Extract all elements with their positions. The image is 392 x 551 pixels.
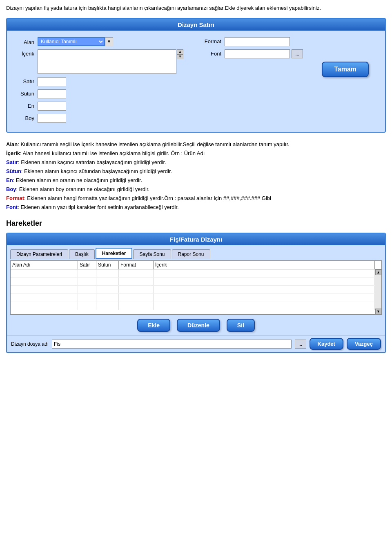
intro-text: Dizaynı yapılan fiş yada fatura için baş… <box>6 4 386 12</box>
description-section: Alan: Kullanıcı tanımlı seçili ise İçeri… <box>6 140 386 212</box>
alan-select[interactable]: Kullanıcı Tanımlı <box>38 37 105 46</box>
alan-dropdown-wrapper: Kullanıcı Tanımlı ▼ <box>38 37 113 46</box>
boy-input[interactable] <box>38 114 66 123</box>
table-row <box>11 269 375 278</box>
tab-dizayn-parametreleri[interactable]: Dizayn Parametreleri <box>10 249 68 259</box>
table-row <box>11 278 375 286</box>
scroll-down-arrow[interactable]: ▼ <box>375 309 382 314</box>
format-input[interactable] <box>225 37 290 46</box>
dizayn-satiri-dialog: Dizayn Satırı Alan Kullanıcı Tanımlı ▼ İ… <box>6 18 386 133</box>
table-row <box>11 302 375 310</box>
icerik-textarea-wrapper: ▲ ▼ <box>38 49 183 74</box>
tamam-button[interactable]: Tamam <box>322 62 369 77</box>
desc-en-title: En <box>6 177 13 183</box>
col-satir: Satır <box>78 261 96 269</box>
dialog1-left: Alan Kullanıcı Tanımlı ▼ İçerik ▲ ▼ <box>15 37 190 126</box>
icerik-row: İçerik ▲ ▼ <box>15 49 190 74</box>
format-row: Format <box>202 37 377 46</box>
desc-sutun-title: Sütun <box>6 168 21 174</box>
ekle-button[interactable]: Ekle <box>137 319 170 332</box>
col-icerik: İçerik <box>154 261 375 269</box>
dosya-label: Dizayn dosya adı <box>11 341 49 347</box>
action-buttons-row: Ekle Düzenle Sil <box>7 315 385 335</box>
sutun-input[interactable] <box>38 89 66 98</box>
bottom-row: Dizayn dosya adı ... Kaydet Vazgeç <box>7 335 385 352</box>
satir-label: Satır <box>15 77 38 84</box>
font-browse-btn[interactable]: ... <box>292 49 303 58</box>
hareketler-title: Hareketler <box>6 219 386 228</box>
desc-alan-text: : Kullanıcı tanımlı seçili ise İçerik ha… <box>18 141 289 147</box>
format-label: Format <box>202 38 225 44</box>
scroll-down-btn[interactable]: ▼ <box>177 54 183 59</box>
scroll-up-arrow[interactable]: ▲ <box>375 269 382 275</box>
tamam-row: Tamam <box>202 62 377 77</box>
dosya-browse-btn[interactable]: ... <box>295 340 306 349</box>
col-alan-adi: Alan Adı <box>11 261 78 269</box>
table-scrollbar: ▲ ▼ <box>375 269 381 314</box>
kaydet-button[interactable]: Kaydet <box>310 338 343 350</box>
bottom-right-buttons: Kaydet Vazgeç <box>310 338 381 350</box>
tabs-row: Dizayn Parametreleri Başlık Hareketler S… <box>7 248 385 259</box>
alan-row: Alan Kullanıcı Tanımlı ▼ <box>15 37 190 46</box>
desc-sutun-text: : Eklenen alanın kaçıncı sütundan başlay… <box>21 168 172 174</box>
col-scroll <box>375 261 381 269</box>
scroll-up-btn[interactable]: ▲ <box>177 49 183 54</box>
boy-label: Boy <box>15 114 38 121</box>
icerik-label: İçerik <box>15 49 38 57</box>
desc-alan-title: Alan <box>6 141 18 147</box>
sutun-row: Sütun <box>15 89 190 98</box>
desc-boy-title: Boy <box>6 186 16 192</box>
table-content: ▲ ▼ <box>11 269 381 314</box>
table-rows <box>11 269 375 314</box>
font-label: Font <box>202 51 225 57</box>
col-sutun: Sütun <box>96 261 119 269</box>
table-header: Alan Adı Satır Sütun Format İçerik <box>11 261 381 269</box>
desc-font-title: Font <box>6 204 18 210</box>
scroll-track <box>375 275 381 309</box>
font-row: Font ... <box>202 49 377 58</box>
fis-fatura-dialog: Fiş/Fatura Dizaynı Dizayn Parametreleri … <box>6 233 386 353</box>
icerik-scrollbar: ▲ ▼ <box>177 49 183 59</box>
desc-format-text: : Eklenen alanın hangi formatta yazılaca… <box>24 195 271 201</box>
tab-sayfa-sonu[interactable]: Sayfa Sonu <box>133 249 171 259</box>
desc-icerik-text: : Alan hanesi kullanıcı tanımlı ise iste… <box>20 150 205 156</box>
font-field-wrapper: ... <box>225 49 303 58</box>
boy-row: Boy <box>15 114 190 123</box>
icerik-textarea[interactable] <box>38 49 176 74</box>
dialog2-title: Fiş/Fatura Dizaynı <box>7 233 385 245</box>
desc-satir-title: Satır <box>6 159 18 165</box>
desc-font-text: : Eklenen alanın yazı tipi karakter font… <box>18 204 179 210</box>
en-label: En <box>15 102 38 109</box>
table-row <box>11 294 375 302</box>
dialog1-title: Dizayn Satırı <box>7 19 385 31</box>
sutun-label: Sütun <box>15 89 38 97</box>
vazgec-button[interactable]: Vazgeç <box>347 338 381 350</box>
en-input[interactable] <box>38 102 66 111</box>
dialog1-right: Format Font ... Tamam <box>202 37 377 126</box>
dosya-input[interactable] <box>52 340 291 349</box>
desc-format-title: Format <box>6 195 24 201</box>
tab-rapor-sonu[interactable]: Rapor Sonu <box>172 249 210 259</box>
alan-dropdown-arrow[interactable]: ▼ <box>105 37 113 46</box>
desc-en-text: : Eklenen alanın en oranın ne olacağının… <box>13 177 143 183</box>
duzenle-button[interactable]: Düzenle <box>177 319 220 332</box>
alan-label: Alan <box>15 38 38 45</box>
tab-baslik[interactable]: Başlık <box>69 249 95 259</box>
table-row <box>11 286 375 294</box>
satir-row: Satır <box>15 77 190 86</box>
desc-boy-text: : Eklenen alanın boy oranının ne olacağı… <box>16 186 150 192</box>
satir-input[interactable] <box>38 77 66 86</box>
hareketler-table: Alan Adı Satır Sütun Format İçerik <box>10 260 382 315</box>
font-input[interactable] <box>225 49 290 58</box>
sil-button[interactable]: Sil <box>227 319 255 332</box>
desc-icerik-title: İçerik <box>6 150 20 156</box>
col-format: Format <box>119 261 154 269</box>
en-row: En <box>15 102 190 111</box>
desc-satir-text: : Eklenen alanın kaçıncı satırdan başlay… <box>18 159 166 165</box>
tab-hareketler[interactable]: Hareketler <box>96 248 133 259</box>
